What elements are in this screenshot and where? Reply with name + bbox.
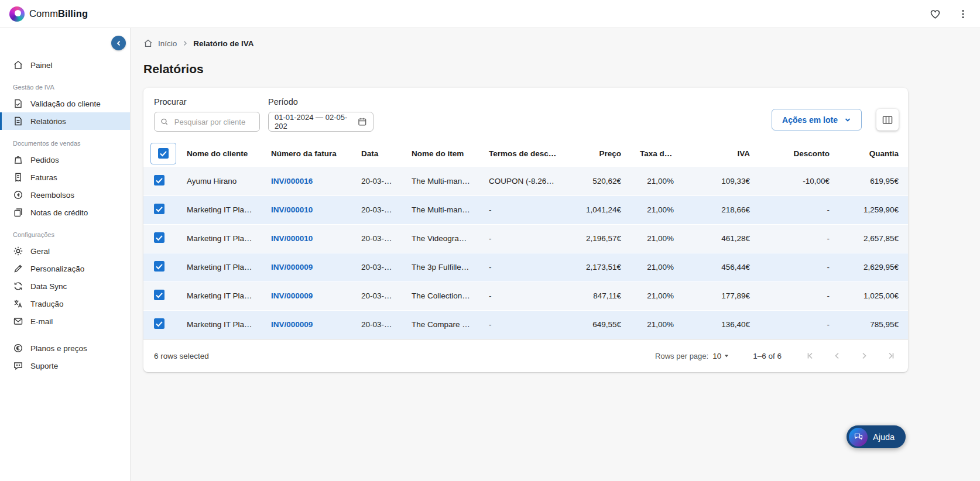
sidebar-item-painel[interactable]: Painel <box>0 56 130 74</box>
row-checkbox[interactable] <box>154 204 165 214</box>
cell-price: 1,041,24€ <box>566 195 631 224</box>
cell-vat-rate: 21,00% <box>631 310 683 339</box>
col-header-item[interactable]: Nome do item <box>402 140 479 167</box>
row-checkbox[interactable] <box>154 318 165 329</box>
col-header-client[interactable]: Nome do cliente <box>177 140 262 167</box>
cell-price: 2,173,51€ <box>566 253 631 281</box>
sidebar-item-label: Planos e preços <box>30 344 87 353</box>
cell-client: Ayumu Hirano <box>177 167 262 195</box>
sidebar-item-pedidos[interactable]: Pedidos <box>0 151 130 169</box>
caret-down-icon <box>724 353 729 359</box>
col-header-vat[interactable]: IVA <box>683 140 759 167</box>
col-header-vat-rate[interactable]: Taxa de IVA <box>631 140 683 167</box>
cell-vat: 456,44€ <box>683 253 759 281</box>
period-label: Período <box>268 97 374 106</box>
chevron-right-icon <box>859 351 869 361</box>
sidebar-section-config: Configurações <box>0 221 130 242</box>
sidebar-item-email[interactable]: E-mail <box>0 312 130 330</box>
sidebar-item-personalizacao[interactable]: Personalização <box>0 260 130 277</box>
cell-price: 847,11€ <box>566 281 631 310</box>
document-check-icon <box>13 98 23 109</box>
first-page-icon <box>805 351 815 361</box>
breadcrumb: Início Relatório de IVA <box>143 39 980 48</box>
sidebar-item-planos-precos[interactable]: Planos e preços <box>0 339 130 357</box>
row-checkbox[interactable] <box>154 261 165 272</box>
last-page-button[interactable] <box>886 351 896 361</box>
invoice-icon <box>13 172 23 183</box>
rows-per-page-label: Rows per page: <box>655 352 708 360</box>
chevron-left-icon <box>115 40 122 47</box>
col-header-date[interactable]: Data <box>352 140 402 167</box>
col-header-invoice[interactable]: Número da fatura <box>262 140 352 167</box>
row-checkbox[interactable] <box>154 290 165 300</box>
first-page-button[interactable] <box>805 351 815 361</box>
cell-item: The 3p Fulfilled S… <box>402 253 479 281</box>
filters-bar: Procurar Período 01-01-2024 — 02-05-202 <box>143 88 908 140</box>
chevron-right-icon <box>182 40 188 46</box>
invoice-link[interactable]: INV/000016 <box>271 177 313 185</box>
sidebar-item-traducao[interactable]: Tradução <box>0 295 130 312</box>
sidebar-item-relatorios[interactable]: Relatórios <box>0 112 130 130</box>
help-button[interactable]: Ajuda <box>847 425 906 448</box>
sidebar: Painel Gestão de IVA Validação do client… <box>0 28 131 481</box>
invoice-link[interactable]: INV/000010 <box>271 234 313 243</box>
table-row: Marketing IT Place INV/000009 20-03-2025… <box>143 253 908 281</box>
sidebar-item-validacao-cliente[interactable]: Validação do cliente <box>0 95 130 112</box>
cell-item: The Videographe… <box>402 224 479 253</box>
previous-page-button[interactable] <box>832 351 842 361</box>
cell-vat: 177,89€ <box>683 281 759 310</box>
support-chat-icon <box>13 360 23 371</box>
rows-per-page-select[interactable]: Rows per page: 10 <box>655 352 729 360</box>
bulk-actions-button[interactable]: Ações em lote <box>772 109 862 130</box>
page-title: Relatórios <box>143 62 980 76</box>
bulk-actions-label: Ações em lote <box>782 115 838 125</box>
cell-vat: 109,33€ <box>683 167 759 195</box>
col-header-discount[interactable]: Desconto <box>759 140 839 167</box>
next-page-button[interactable] <box>859 351 869 361</box>
search-label: Procurar <box>154 97 260 106</box>
heart-icon <box>929 8 941 20</box>
invoice-link[interactable]: INV/000009 <box>271 320 313 329</box>
row-checkbox[interactable] <box>154 232 165 243</box>
cell-price: 649,55€ <box>566 310 631 339</box>
sidebar-item-label: Geral <box>30 247 50 256</box>
cell-discount-terms: - <box>479 253 566 281</box>
col-header-discount-terms[interactable]: Termos de desconto <box>479 140 566 167</box>
cell-amount: 619,95€ <box>839 167 908 195</box>
cell-client: Marketing IT Place <box>177 281 262 310</box>
cell-discount: - <box>759 224 839 253</box>
row-checkbox[interactable] <box>154 175 165 185</box>
sidebar-item-reembolsos[interactable]: Reembolsos <box>0 186 130 204</box>
col-header-amount[interactable]: Quantia <box>839 140 908 167</box>
cell-vat-rate: 21,00% <box>631 281 683 310</box>
sidebar-item-label: Painel <box>30 61 53 70</box>
invoice-link[interactable]: INV/000010 <box>271 205 313 214</box>
cell-client: Marketing IT Place <box>177 253 262 281</box>
sidebar-item-faturas[interactable]: Faturas <box>0 169 130 186</box>
sidebar-item-label: Validação do cliente <box>30 99 101 108</box>
cell-vat: 461,28€ <box>683 224 759 253</box>
period-input[interactable]: 01-01-2024 — 02-05-202 <box>268 112 374 132</box>
invoice-link[interactable]: INV/000009 <box>271 263 313 272</box>
more-menu-button[interactable] <box>958 9 968 19</box>
column-settings-button[interactable] <box>876 109 899 130</box>
home-icon <box>13 60 23 70</box>
sidebar-item-notas-credito[interactable]: Notas de crédito <box>0 204 130 221</box>
favorites-button[interactable] <box>929 8 941 20</box>
invoice-link[interactable]: INV/000009 <box>271 291 313 300</box>
search-icon <box>160 117 169 126</box>
cell-client: Marketing IT Place <box>177 310 262 339</box>
breadcrumb-home-link[interactable]: Início <box>158 39 177 48</box>
cell-amount: 1,025,00€ <box>839 281 908 310</box>
help-label: Ajuda <box>873 432 895 442</box>
search-input[interactable] <box>173 117 253 127</box>
sidebar-item-suporte[interactable]: Suporte <box>0 357 130 375</box>
cell-vat-rate: 21,00% <box>631 167 683 195</box>
cell-discount-terms: COUPON (-8.264… <box>479 167 566 195</box>
select-all-checkbox[interactable] <box>158 148 169 159</box>
sidebar-item-data-sync[interactable]: Data Sync <box>0 277 130 295</box>
sidebar-collapse-button[interactable] <box>111 36 126 50</box>
col-header-price[interactable]: Preço <box>566 140 631 167</box>
cell-discount-terms: - <box>479 281 566 310</box>
sidebar-item-geral[interactable]: Geral <box>0 242 130 260</box>
